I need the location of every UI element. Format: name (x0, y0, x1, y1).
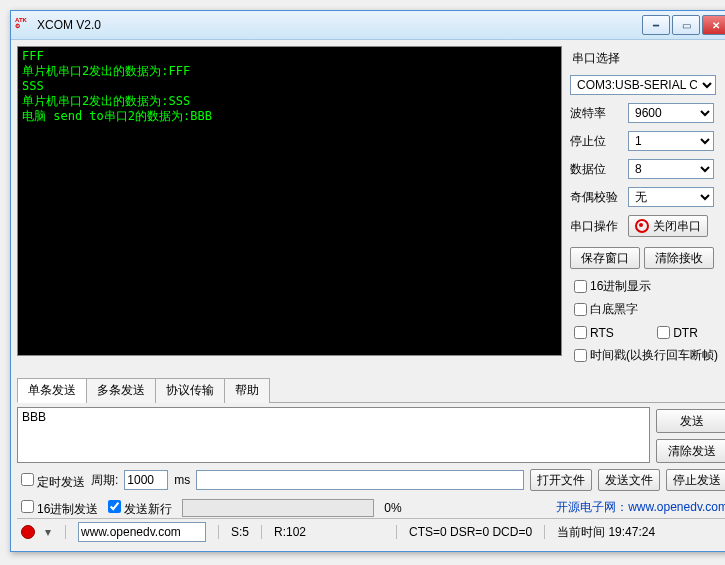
status-received: R:102 (274, 525, 384, 539)
dtr-checkbox[interactable]: DTR (653, 323, 698, 342)
send-tabs: 单条发送 多条发送 协议传输 帮助 (17, 377, 725, 403)
file-path-input[interactable] (196, 470, 524, 490)
tab-protocol[interactable]: 协议传输 (155, 378, 225, 403)
baud-select[interactable]: 9600 (628, 103, 714, 123)
baud-label: 波特率 (570, 105, 622, 122)
brand-link[interactable]: 开源电子网：www.openedv.com (556, 499, 725, 516)
panel-header: 串口选择 (572, 50, 725, 67)
stopbits-select[interactable]: 1 (628, 131, 714, 151)
ms-label: ms (174, 473, 190, 487)
parity-select[interactable]: 无 (628, 187, 714, 207)
stop-send-button[interactable]: 停止发送 (666, 469, 725, 491)
send-textarea[interactable] (17, 407, 650, 463)
maximize-button[interactable]: ▭ (672, 15, 700, 35)
clear-rx-button[interactable]: 清除接收 (644, 247, 714, 269)
terminal-line: 电脑 send to串口2的数据为:BBB (22, 109, 557, 124)
close-button[interactable]: ✕ (702, 15, 725, 35)
send-button[interactable]: 发送 (656, 409, 725, 433)
port-select[interactable]: COM3:USB-SERIAL CH340 (570, 75, 716, 95)
toggle-port-button[interactable]: 关闭串口 (628, 215, 708, 237)
app-icon: ATK⚙ (15, 17, 31, 33)
stop-label: 停止位 (570, 133, 622, 150)
rts-checkbox[interactable]: RTS (570, 323, 614, 342)
hex-display-checkbox[interactable]: 16进制显示 (570, 277, 651, 296)
timed-send-checkbox[interactable]: 定时发送 (17, 470, 85, 491)
clear-send-button[interactable]: 清除发送 (656, 439, 725, 463)
titlebar[interactable]: ATK⚙ XCOM V2.0 ━ ▭ ✕ (11, 11, 725, 40)
op-label: 串口操作 (570, 218, 622, 235)
terminal-line: 单片机串口2发出的数据为:SSS (22, 94, 557, 109)
tab-help[interactable]: 帮助 (224, 378, 270, 403)
rx-terminal[interactable]: FFF 单片机串口2发出的数据为:FFF SSS 单片机串口2发出的数据为:SS… (17, 46, 562, 356)
send-newline-checkbox[interactable]: 发送新行 (104, 497, 172, 518)
tab-single-send[interactable]: 单条发送 (17, 378, 87, 403)
status-dropdown-icon[interactable]: ▾ (43, 525, 53, 539)
terminal-line: SSS (22, 79, 557, 94)
window-title: XCOM V2.0 (37, 18, 642, 32)
period-label: 周期: (91, 472, 118, 489)
status-signals: CTS=0 DSR=0 DCD=0 (409, 525, 532, 539)
app-window: ATK⚙ XCOM V2.0 ━ ▭ ✕ FFF 单片机串口2发出的数据为:FF… (10, 10, 725, 552)
serial-settings-panel: 串口选择 COM3:USB-SERIAL CH340 波特率9600 停止位1 … (568, 46, 725, 371)
progress-bar (182, 499, 374, 517)
status-dot-icon (21, 525, 35, 539)
terminal-line: FFF (22, 49, 557, 64)
save-window-button[interactable]: 保存窗口 (570, 247, 640, 269)
status-time: 当前时间 19:47:24 (557, 524, 655, 541)
terminal-line: 单片机串口2发出的数据为:FFF (22, 64, 557, 79)
status-url-input[interactable] (78, 522, 206, 542)
white-bg-checkbox[interactable]: 白底黑字 (570, 300, 638, 319)
period-input[interactable] (124, 470, 168, 490)
parity-label: 奇偶校验 (570, 189, 622, 206)
record-icon (635, 219, 649, 233)
open-file-button[interactable]: 打开文件 (530, 469, 592, 491)
tab-multi-send[interactable]: 多条发送 (86, 378, 156, 403)
progress-percent: 0% (384, 501, 401, 515)
timestamp-checkbox[interactable]: 时间戳(以换行回车断帧) (570, 346, 718, 365)
status-sent: S:5 (231, 525, 249, 539)
minimize-button[interactable]: ━ (642, 15, 670, 35)
send-file-button[interactable]: 发送文件 (598, 469, 660, 491)
hex-send-checkbox[interactable]: 16进制发送 (17, 497, 98, 518)
data-label: 数据位 (570, 161, 622, 178)
databits-select[interactable]: 8 (628, 159, 714, 179)
status-bar: ▾ S:5 R:102 CTS=0 DSR=0 DCD=0 当前时间 19:47… (17, 518, 725, 545)
